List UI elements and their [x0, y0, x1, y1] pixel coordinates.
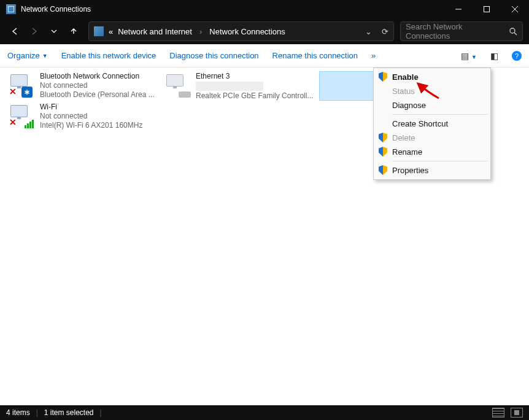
- navigation-bar: « Network and Internet › Network Connect…: [0, 18, 529, 44]
- connection-item-bluetooth[interactable]: ∗✕ Bluetooth Network Connection Not conn…: [7, 71, 158, 101]
- status-item-count: 4 items: [6, 408, 30, 417]
- svg-line-5: [514, 33, 517, 35]
- enable-device-button[interactable]: Enable this network device: [61, 51, 156, 60]
- overflow-label: »: [371, 51, 376, 60]
- context-status-label: Status: [392, 87, 415, 96]
- shield-icon: [379, 165, 387, 175]
- rename-connection-button[interactable]: Rename this connection: [272, 51, 358, 60]
- status-divider: |: [36, 408, 38, 417]
- status-divider: |: [100, 408, 102, 417]
- diagnose-connection-button[interactable]: Diagnose this connection: [169, 51, 258, 60]
- forward-button[interactable]: [26, 23, 43, 40]
- context-enable-label: Enable: [392, 72, 419, 82]
- context-properties[interactable]: Properties: [375, 163, 489, 177]
- context-rename[interactable]: Rename: [375, 145, 489, 159]
- address-bar[interactable]: « Network and Internet › Network Connect…: [88, 21, 394, 41]
- search-box[interactable]: Search Network Connections: [400, 21, 523, 41]
- shield-icon: [379, 147, 387, 157]
- help-button[interactable]: ?: [512, 51, 522, 61]
- context-delete: Delete: [375, 131, 489, 145]
- minimize-button[interactable]: [444, 0, 473, 18]
- diagnose-connection-label: Diagnose this connection: [169, 51, 258, 60]
- view-options-button[interactable]: ▤ ▼: [461, 51, 477, 61]
- chevron-down-icon: ▼: [42, 53, 48, 59]
- title-bar: Network Connections: [0, 0, 529, 18]
- organize-button[interactable]: Organize ▼: [7, 51, 48, 60]
- bluetooth-adapter-icon: ∗✕: [8, 72, 36, 99]
- window-title: Network Connections: [21, 5, 444, 14]
- context-status: Status: [375, 84, 489, 98]
- context-delete-label: Delete: [392, 133, 415, 142]
- connection-detail: Bluetooth Device (Personal Area ...: [40, 90, 155, 99]
- connection-name: Ethernet 3: [196, 72, 313, 81]
- breadcrumb-network-connections[interactable]: Network Connections: [209, 27, 285, 36]
- context-separator: [392, 114, 488, 115]
- close-button[interactable]: [501, 0, 529, 18]
- context-shortcut-label: Create Shortcut: [392, 119, 448, 128]
- breadcrumb-network-internet[interactable]: Network and Internet: [118, 27, 192, 36]
- enable-device-label: Enable this network device: [61, 51, 156, 60]
- location-icon: [94, 26, 104, 36]
- connection-item-wifi[interactable]: ✕ Wi-Fi Not connected Intel(R) Wi-Fi 6 A…: [7, 102, 158, 131]
- context-menu: Enable Status Diagnose Create Shortcut D…: [373, 68, 491, 180]
- shield-icon: [379, 72, 387, 82]
- status-bar: 4 items | 1 item selected |: [0, 405, 529, 420]
- maximize-button[interactable]: [473, 0, 501, 18]
- refresh-icon[interactable]: ⟳: [382, 27, 388, 36]
- ethernet-adapter-icon: [164, 72, 192, 99]
- back-button[interactable]: [6, 23, 23, 40]
- context-diagnose-label: Diagnose: [392, 101, 426, 110]
- connection-status: Not connected: [40, 81, 155, 90]
- breadcrumb-separator: ›: [199, 27, 202, 36]
- context-rename-label: Rename: [392, 147, 422, 157]
- context-diagnose[interactable]: Diagnose: [375, 98, 489, 112]
- connection-detail: Realtek PCIe GbE Family Controll...: [196, 91, 313, 101]
- up-button[interactable]: [65, 23, 82, 40]
- context-separator: [392, 161, 488, 161]
- connection-name: Wi-Fi: [40, 103, 142, 112]
- content-area[interactable]: ∗✕ Bluetooth Network Connection Not conn…: [0, 68, 529, 405]
- rename-connection-label: Rename this connection: [272, 51, 358, 60]
- svg-point-4: [510, 28, 515, 33]
- large-icons-view-button[interactable]: [511, 408, 523, 418]
- svg-rect-1: [484, 7, 490, 12]
- preview-pane-button[interactable]: ◧: [490, 51, 498, 61]
- connection-name: Bluetooth Network Connection: [40, 72, 155, 81]
- address-dropdown-icon[interactable]: ⌄: [365, 27, 372, 36]
- context-properties-label: Properties: [392, 166, 428, 175]
- connection-detail: Intel(R) Wi-Fi 6 AX201 160MHz: [40, 121, 142, 130]
- organize-label: Organize: [7, 51, 40, 60]
- wifi-adapter-icon: ✕: [8, 103, 36, 130]
- connection-item-ethernet[interactable]: Ethernet 3 Realtek PCIe GbE Family Contr…: [163, 71, 314, 101]
- connection-status: Not connected: [40, 112, 142, 121]
- search-placeholder: Search Network Connections: [406, 22, 509, 41]
- search-icon: [509, 27, 517, 36]
- toolbar-overflow-button[interactable]: »: [371, 51, 376, 60]
- context-enable[interactable]: Enable: [375, 70, 489, 84]
- recent-locations-button[interactable]: [45, 23, 63, 40]
- breadcrumb-prefix: «: [109, 27, 113, 36]
- status-selected-count: 1 item selected: [44, 408, 94, 417]
- command-bar: Organize ▼ Enable this network device Di…: [0, 44, 529, 68]
- connection-status: [196, 82, 263, 91]
- shield-icon: [379, 133, 387, 142]
- details-view-button[interactable]: [492, 408, 504, 418]
- app-icon: [6, 4, 16, 14]
- context-create-shortcut[interactable]: Create Shortcut: [375, 117, 489, 131]
